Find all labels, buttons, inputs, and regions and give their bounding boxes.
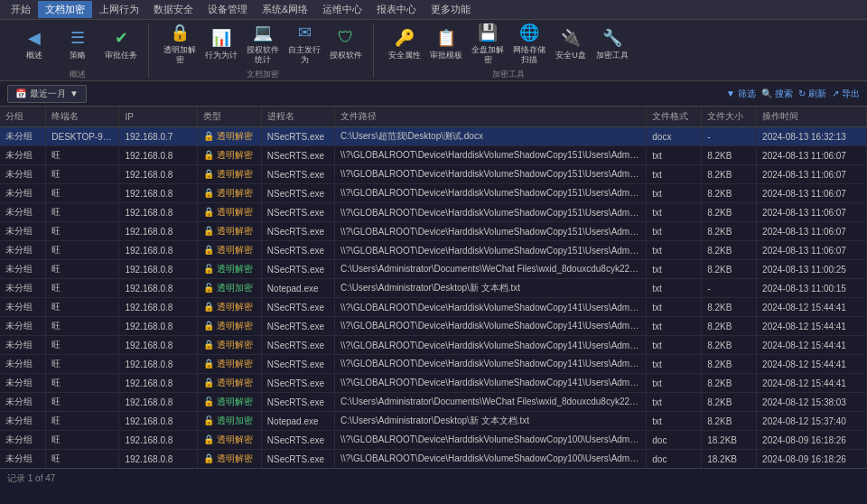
cell-path: C:\Users\Administrator\Desktop\新 文本文档.tx… bbox=[335, 412, 647, 431]
netscan-button[interactable]: 🌐 网络存储扫描 bbox=[509, 20, 549, 67]
table-row[interactable]: 未分组 旺 192.168.0.8 🔒 透明解密 NSecRTS.exe \\?… bbox=[0, 298, 867, 317]
menu-item-sysnet[interactable]: 系统&网络 bbox=[255, 1, 315, 18]
col-header-group[interactable]: 分组 bbox=[0, 107, 46, 127]
table-row[interactable]: 未分组 旺 192.168.0.8 🔓 透明加密 Notepad.exe C:\… bbox=[0, 412, 867, 431]
behavior-button[interactable]: 📊 行为为计 bbox=[201, 20, 241, 67]
cell-group: 未分组 bbox=[0, 393, 46, 412]
cell-type: 🔒 透明解密 bbox=[197, 127, 261, 146]
cell-path: C:\Users\Administrator\Desktop\新 文本档.txt bbox=[335, 279, 647, 298]
table-row[interactable]: 未分组 旺 192.168.0.8 🔒 透明解密 NSecRTS.exe \\?… bbox=[0, 450, 867, 469]
cell-ip: 192.168.0.8 bbox=[119, 203, 197, 222]
menu-item-datasec[interactable]: 数据安全 bbox=[146, 1, 200, 18]
cell-path: \\?\GLOBALROOT\Device\HarddiskVolumeShad… bbox=[335, 374, 647, 393]
col-header-proc[interactable]: 进程名 bbox=[261, 107, 334, 127]
table-row[interactable]: 未分组 DESKTOP-9G8NA80 192.168.0.7 🔒 透明解密 N… bbox=[0, 127, 867, 146]
filter-actions: ▼ 筛选 🔍 搜索 ↻ 刷新 ↗ 导出 bbox=[726, 88, 860, 100]
cell-ip: 192.168.0.8 bbox=[119, 298, 197, 317]
table-row[interactable]: 未分组 旺 192.168.0.8 🔒 透明解密 NSecRTS.exe \\?… bbox=[0, 431, 867, 450]
col-header-path[interactable]: 文件路径 bbox=[335, 107, 647, 127]
col-header-ip[interactable]: IP bbox=[119, 107, 197, 127]
fullenc-icon: 💾 bbox=[477, 22, 499, 43]
behavior-icon: 📊 bbox=[210, 27, 232, 49]
tools-button[interactable]: 🔧 加密工具 bbox=[592, 20, 632, 67]
cell-size: 8.2KB bbox=[702, 203, 757, 222]
filter-button[interactable]: ▼ 筛选 bbox=[726, 88, 756, 100]
auth-sw-button[interactable]: 🛡 授权软件 bbox=[326, 20, 366, 67]
time-filter[interactable]: 📅 最近一月 ▼ bbox=[7, 85, 87, 103]
strategy-button[interactable]: ☰ 策略 bbox=[58, 20, 98, 67]
tools-label: 加密工具 bbox=[596, 51, 629, 61]
table-row[interactable]: 未分组 旺 192.168.0.8 🔒 透明解密 NSecRTS.exe \\?… bbox=[0, 355, 867, 374]
table-row[interactable]: 未分组 旺 192.168.0.8 🔒 透明解密 NSecRTS.exe \\?… bbox=[0, 241, 867, 260]
export-button[interactable]: ↗ 导出 bbox=[832, 88, 860, 100]
cell-size: 8.2KB bbox=[702, 336, 757, 355]
menu-item-devmgmt[interactable]: 设备管理 bbox=[200, 1, 255, 18]
cell-type: 🔒 透明解密 bbox=[197, 184, 261, 203]
group-tools-label: 加密工具 bbox=[492, 69, 525, 80]
cell-size: 8.2KB bbox=[702, 317, 757, 336]
cell-fmt: txt bbox=[647, 393, 702, 412]
col-header-host[interactable]: 终端名 bbox=[46, 107, 119, 127]
table-row[interactable]: 未分组 旺 192.168.0.8 🔒 透明解密 NSecRTS.exe \\?… bbox=[0, 336, 867, 355]
cell-host: 旺 bbox=[46, 374, 119, 393]
auth-sw-label: 授权软件 bbox=[330, 51, 362, 61]
search-button[interactable]: 🔍 搜索 bbox=[761, 88, 793, 100]
batch-button[interactable]: 📋 审批模板 bbox=[426, 20, 466, 67]
cell-proc: NSecRTS.exe bbox=[261, 336, 334, 355]
cell-group: 未分组 bbox=[0, 222, 46, 241]
cell-host: 旺 bbox=[46, 393, 119, 412]
menu-item-start[interactable]: 开始 bbox=[4, 1, 38, 18]
data-table: 分组 终端名 IP 类型 进程名 文件路径 文件格式 文件大小 操作时间 未分组… bbox=[0, 107, 867, 468]
cell-proc: NSecRTS.exe bbox=[261, 127, 334, 146]
usb-button[interactable]: 🔌 安全U盘 bbox=[551, 20, 591, 67]
task-button[interactable]: ✔ 审批任务 bbox=[101, 20, 141, 67]
cell-size: 8.2KB bbox=[702, 241, 757, 260]
table-row[interactable]: 未分组 旺 192.168.0.8 🔒 透明解密 NSecRTS.exe \\?… bbox=[0, 184, 867, 203]
self-issue-icon: ✉ bbox=[294, 22, 315, 43]
cell-ip: 192.168.0.8 bbox=[119, 184, 197, 203]
auth-soft-icon: 💻 bbox=[252, 22, 274, 43]
security-button[interactable]: 🔑 安全属性 bbox=[385, 20, 424, 67]
fullenc-button[interactable]: 💾 全盘加解密 bbox=[468, 20, 508, 67]
table-row[interactable]: 未分组 旺 192.168.0.8 🔒 透明解密 NSecRTS.exe \\?… bbox=[0, 317, 867, 336]
cell-ip: 192.168.0.8 bbox=[119, 374, 197, 393]
col-header-type[interactable]: 类型 bbox=[197, 107, 261, 127]
cell-time: 2024-08-13 11:00:15 bbox=[757, 279, 867, 298]
menu-item-ops[interactable]: 运维中心 bbox=[315, 1, 369, 18]
back-button[interactable]: ◀ 概述 bbox=[14, 20, 54, 67]
behavior-label: 行为为计 bbox=[205, 51, 238, 61]
table-row[interactable]: 未分组 旺 192.168.0.8 🔓 透明加密 Notepad.exe C:\… bbox=[0, 279, 867, 298]
cell-type: 🔓 透明加密 bbox=[197, 412, 261, 431]
menu-item-web[interactable]: 上网行为 bbox=[92, 1, 146, 18]
table-container: 分组 终端名 IP 类型 进程名 文件路径 文件格式 文件大小 操作时间 未分组… bbox=[0, 107, 867, 468]
auth-soft-button[interactable]: 💻 授权软件统计 bbox=[243, 20, 283, 67]
table-row[interactable]: 未分组 旺 192.168.0.8 🔒 透明解密 NSecRTS.exe \\?… bbox=[0, 203, 867, 222]
table-row[interactable]: 未分组 旺 192.168.0.8 🔓 透明解密 NSecRTS.exe C:\… bbox=[0, 393, 867, 412]
self-issue-button[interactable]: ✉ 自主发行为 bbox=[284, 20, 324, 67]
table-row[interactable]: 未分组 旺 192.168.0.8 🔓 透明解密 NSecRTS.exe C:\… bbox=[0, 260, 867, 279]
cell-fmt: txt bbox=[647, 336, 702, 355]
menu-item-more[interactable]: 更多功能 bbox=[424, 1, 478, 18]
transparent-button[interactable]: 🔒 透明加解密 bbox=[160, 20, 200, 67]
col-header-fmt[interactable]: 文件格式 bbox=[647, 107, 702, 127]
cell-time: 2024-08-13 11:06:07 bbox=[757, 146, 867, 165]
col-header-size[interactable]: 文件大小 bbox=[702, 107, 757, 127]
cell-host: DESKTOP-9G8NA80 bbox=[46, 127, 119, 146]
col-header-time[interactable]: 操作时间 bbox=[757, 107, 867, 127]
cell-group: 未分组 bbox=[0, 165, 46, 184]
table-row[interactable]: 未分组 旺 192.168.0.8 🔒 透明解密 NSecRTS.exe \\?… bbox=[0, 146, 867, 165]
refresh-button[interactable]: ↻ 刷新 bbox=[798, 88, 826, 100]
cell-path: \\?\GLOBALROOT\Device\HarddiskVolumeShad… bbox=[335, 431, 647, 450]
cell-fmt: txt bbox=[647, 279, 702, 298]
table-row[interactable]: 未分组 旺 192.168.0.8 🔒 透明解密 NSecRTS.exe \\?… bbox=[0, 374, 867, 393]
security-label: 安全属性 bbox=[388, 51, 421, 61]
menu-item-report[interactable]: 报表中心 bbox=[369, 1, 424, 18]
cell-type: 🔒 透明解密 bbox=[197, 298, 261, 317]
table-row[interactable]: 未分组 旺 192.168.0.8 🔒 透明解密 NSecRTS.exe \\?… bbox=[0, 165, 867, 184]
cell-host: 旺 bbox=[46, 298, 119, 317]
table-row[interactable]: 未分组 旺 192.168.0.8 🔒 透明解密 NSecRTS.exe \\?… bbox=[0, 222, 867, 241]
transparent-icon: 🔒 bbox=[169, 22, 191, 43]
cell-time: 2024-08-12 15:38:03 bbox=[757, 393, 867, 412]
cell-group: 未分组 bbox=[0, 241, 46, 260]
menu-item-docenc[interactable]: 文档加密 bbox=[38, 1, 92, 18]
